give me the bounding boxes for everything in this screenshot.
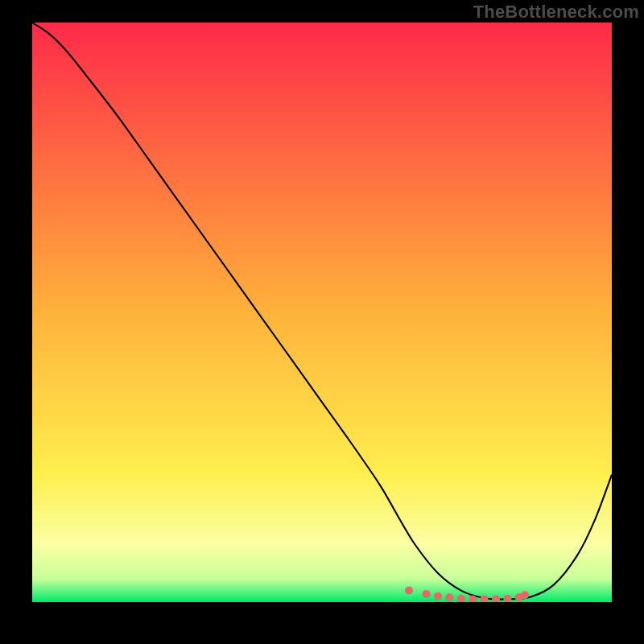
marker-dot (445, 593, 453, 601)
watermark-text: TheBottleneck.com (473, 2, 639, 23)
gradient-background (32, 23, 612, 602)
marker-dot (434, 592, 442, 601)
marker-dot (521, 591, 529, 599)
marker-dot (405, 587, 413, 595)
marker-dot (423, 590, 431, 598)
plot-area (32, 23, 612, 602)
chart-svg (32, 23, 612, 602)
figure-frame: TheBottleneck.com (0, 0, 644, 644)
